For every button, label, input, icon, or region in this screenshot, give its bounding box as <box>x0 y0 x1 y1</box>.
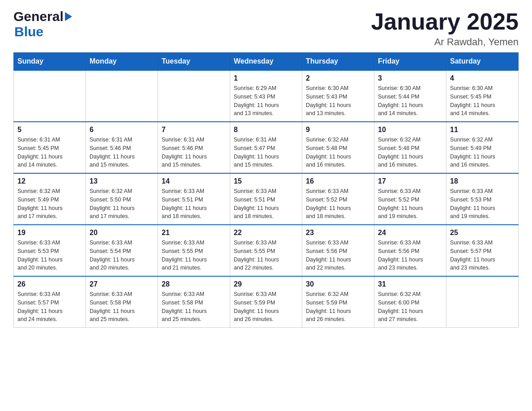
day-number: 26 <box>17 280 82 288</box>
day-header-sunday: Sunday <box>14 53 86 71</box>
day-number: 1 <box>234 74 298 82</box>
calendar-cell: 31Sunrise: 6:32 AMSunset: 6:00 PMDayligh… <box>374 276 446 328</box>
day-header-row: SundayMondayTuesdayWednesdayThursdayFrid… <box>14 53 519 71</box>
day-info: Sunrise: 6:33 AMSunset: 5:51 PMDaylight:… <box>162 187 226 221</box>
calendar-cell: 11Sunrise: 6:32 AMSunset: 5:49 PMDayligh… <box>446 122 519 173</box>
day-info: Sunrise: 6:33 AMSunset: 5:56 PMDaylight:… <box>378 239 442 272</box>
calendar-cell: 5Sunrise: 6:31 AMSunset: 5:45 PMDaylight… <box>14 122 86 173</box>
calendar-cell: 26Sunrise: 6:33 AMSunset: 5:57 PMDayligh… <box>14 276 86 328</box>
calendar-cell: 19Sunrise: 6:33 AMSunset: 5:53 PMDayligh… <box>14 225 86 276</box>
calendar-week-3: 12Sunrise: 6:32 AMSunset: 5:49 PMDayligh… <box>14 173 519 225</box>
day-header-tuesday: Tuesday <box>158 53 230 71</box>
calendar-cell: 23Sunrise: 6:33 AMSunset: 5:56 PMDayligh… <box>302 225 374 276</box>
logo: General Blue <box>13 9 72 39</box>
day-info: Sunrise: 6:31 AMSunset: 5:47 PMDaylight:… <box>234 136 298 169</box>
calendar-cell: 24Sunrise: 6:33 AMSunset: 5:56 PMDayligh… <box>374 225 446 276</box>
calendar-cell: 9Sunrise: 6:32 AMSunset: 5:48 PMDaylight… <box>302 122 374 173</box>
calendar-cell: 15Sunrise: 6:33 AMSunset: 5:51 PMDayligh… <box>230 173 302 225</box>
day-number: 10 <box>378 126 442 134</box>
day-number: 28 <box>162 280 226 288</box>
calendar-cell: 16Sunrise: 6:33 AMSunset: 5:52 PMDayligh… <box>302 173 374 225</box>
day-number: 29 <box>234 280 298 288</box>
calendar-cell: 14Sunrise: 6:33 AMSunset: 5:51 PMDayligh… <box>158 173 230 225</box>
calendar-cell: 27Sunrise: 6:33 AMSunset: 5:58 PMDayligh… <box>86 276 158 328</box>
calendar-cell: 28Sunrise: 6:33 AMSunset: 5:58 PMDayligh… <box>158 276 230 328</box>
day-info: Sunrise: 6:33 AMSunset: 5:53 PMDaylight:… <box>17 239 82 272</box>
day-number: 21 <box>162 229 226 237</box>
day-number: 20 <box>90 229 154 237</box>
calendar-cell: 20Sunrise: 6:33 AMSunset: 5:54 PMDayligh… <box>86 225 158 276</box>
calendar-cell: 7Sunrise: 6:31 AMSunset: 5:46 PMDaylight… <box>158 122 230 173</box>
day-number: 14 <box>162 177 226 185</box>
day-info: Sunrise: 6:30 AMSunset: 5:44 PMDaylight:… <box>378 84 442 118</box>
calendar-header: SundayMondayTuesdayWednesdayThursdayFrid… <box>14 53 519 71</box>
day-info: Sunrise: 6:30 AMSunset: 5:45 PMDaylight:… <box>450 84 515 118</box>
calendar-cell: 10Sunrise: 6:32 AMSunset: 5:48 PMDayligh… <box>374 122 446 173</box>
day-info: Sunrise: 6:33 AMSunset: 5:53 PMDaylight:… <box>450 187 515 221</box>
calendar-cell: 25Sunrise: 6:33 AMSunset: 5:57 PMDayligh… <box>446 225 519 276</box>
calendar-cell: 18Sunrise: 6:33 AMSunset: 5:53 PMDayligh… <box>446 173 519 225</box>
calendar-cell: 17Sunrise: 6:33 AMSunset: 5:52 PMDayligh… <box>374 173 446 225</box>
day-info: Sunrise: 6:31 AMSunset: 5:46 PMDaylight:… <box>90 136 154 169</box>
day-number: 24 <box>378 229 442 237</box>
day-number: 12 <box>17 177 82 185</box>
calendar-cell: 1Sunrise: 6:29 AMSunset: 5:43 PMDaylight… <box>230 70 302 122</box>
day-number: 15 <box>234 177 298 185</box>
day-header-saturday: Saturday <box>446 53 519 71</box>
day-number: 4 <box>450 74 515 82</box>
calendar-cell <box>446 276 519 328</box>
day-info: Sunrise: 6:33 AMSunset: 5:56 PMDaylight:… <box>306 239 370 272</box>
day-info: Sunrise: 6:33 AMSunset: 5:55 PMDaylight:… <box>162 239 226 272</box>
calendar-table: SundayMondayTuesdayWednesdayThursdayFrid… <box>13 52 519 328</box>
day-info: Sunrise: 6:33 AMSunset: 5:54 PMDaylight:… <box>90 239 154 272</box>
day-number: 9 <box>306 126 370 134</box>
calendar-cell: 6Sunrise: 6:31 AMSunset: 5:46 PMDaylight… <box>86 122 158 173</box>
calendar-cell: 21Sunrise: 6:33 AMSunset: 5:55 PMDayligh… <box>158 225 230 276</box>
day-info: Sunrise: 6:32 AMSunset: 5:50 PMDaylight:… <box>90 187 154 221</box>
day-number: 16 <box>306 177 370 185</box>
day-number: 8 <box>234 126 298 134</box>
calendar-cell: 8Sunrise: 6:31 AMSunset: 5:47 PMDaylight… <box>230 122 302 173</box>
calendar-cell: 12Sunrise: 6:32 AMSunset: 5:49 PMDayligh… <box>14 173 86 225</box>
logo-blue: Blue <box>14 24 43 39</box>
day-header-thursday: Thursday <box>302 53 374 71</box>
day-info: Sunrise: 6:33 AMSunset: 5:57 PMDaylight:… <box>450 239 515 272</box>
day-number: 18 <box>450 177 515 185</box>
day-number: 7 <box>162 126 226 134</box>
calendar-week-4: 19Sunrise: 6:33 AMSunset: 5:53 PMDayligh… <box>14 225 519 276</box>
day-info: Sunrise: 6:33 AMSunset: 5:58 PMDaylight:… <box>162 290 226 324</box>
day-number: 27 <box>90 280 154 288</box>
day-info: Sunrise: 6:33 AMSunset: 5:57 PMDaylight:… <box>17 290 82 324</box>
day-info: Sunrise: 6:33 AMSunset: 5:58 PMDaylight:… <box>90 290 154 324</box>
day-header-monday: Monday <box>86 53 158 71</box>
day-number: 2 <box>306 74 370 82</box>
day-number: 31 <box>378 280 442 288</box>
calendar-cell: 29Sunrise: 6:33 AMSunset: 5:59 PMDayligh… <box>230 276 302 328</box>
day-number: 25 <box>450 229 515 237</box>
calendar-cell <box>158 70 230 122</box>
day-info: Sunrise: 6:32 AMSunset: 5:48 PMDaylight:… <box>378 136 442 169</box>
calendar-week-2: 5Sunrise: 6:31 AMSunset: 5:45 PMDaylight… <box>14 122 519 173</box>
calendar-cell: 4Sunrise: 6:30 AMSunset: 5:45 PMDaylight… <box>446 70 519 122</box>
title-block: January 2025 Ar Rawdah, Yemen <box>371 9 519 48</box>
calendar-cell: 30Sunrise: 6:32 AMSunset: 5:59 PMDayligh… <box>302 276 374 328</box>
day-number: 17 <box>378 177 442 185</box>
calendar-cell <box>86 70 158 122</box>
calendar-cell: 22Sunrise: 6:33 AMSunset: 5:55 PMDayligh… <box>230 225 302 276</box>
day-number: 22 <box>234 229 298 237</box>
calendar-cell: 13Sunrise: 6:32 AMSunset: 5:50 PMDayligh… <box>86 173 158 225</box>
calendar-body: 1Sunrise: 6:29 AMSunset: 5:43 PMDaylight… <box>14 70 519 328</box>
day-number: 23 <box>306 229 370 237</box>
day-info: Sunrise: 6:31 AMSunset: 5:46 PMDaylight:… <box>162 136 226 169</box>
calendar-cell: 2Sunrise: 6:30 AMSunset: 5:43 PMDaylight… <box>302 70 374 122</box>
page-subtitle: Ar Rawdah, Yemen <box>371 36 519 48</box>
day-info: Sunrise: 6:29 AMSunset: 5:43 PMDaylight:… <box>234 84 298 118</box>
logo-general: General <box>13 9 64 24</box>
calendar-week-1: 1Sunrise: 6:29 AMSunset: 5:43 PMDaylight… <box>14 70 519 122</box>
page-title: January 2025 <box>371 9 519 34</box>
day-number: 3 <box>378 74 442 82</box>
day-number: 5 <box>17 126 82 134</box>
day-number: 11 <box>450 126 515 134</box>
day-info: Sunrise: 6:32 AMSunset: 5:49 PMDaylight:… <box>450 136 515 169</box>
day-header-friday: Friday <box>374 53 446 71</box>
